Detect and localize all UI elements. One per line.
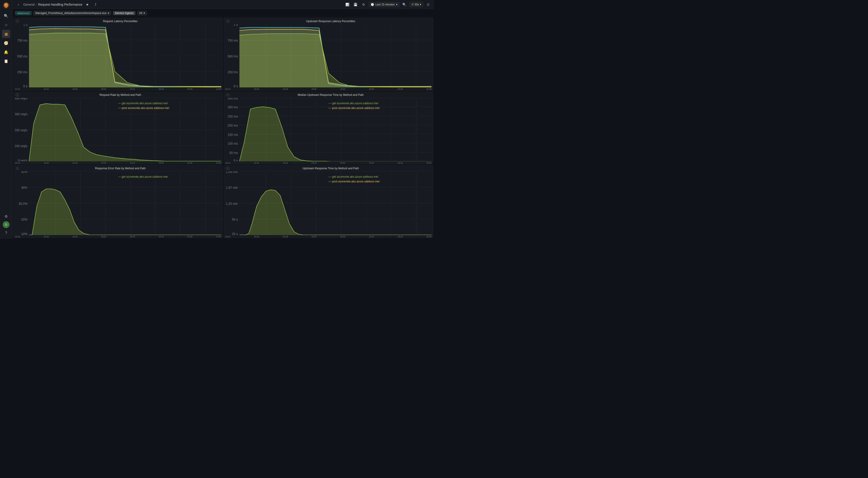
panel-info-btn[interactable]: i [16, 93, 19, 96]
legend-p95: .95 [25, 91, 32, 91]
refresh-icon: ↺ [411, 3, 414, 6]
datasource-selector[interactable]: Managed_Prometheus_defaultazuremonitorwo… [33, 11, 111, 15]
svg-text:200 req/s: 200 req/s [15, 128, 27, 132]
panel-info-btn[interactable]: i [226, 20, 229, 23]
x-label-2: 23:18 [283, 88, 288, 90]
svg-text:40%: 40% [21, 186, 28, 190]
panel-info-btn[interactable]: i [16, 167, 19, 170]
kiosk-btn[interactable]: ⊡ [425, 1, 431, 8]
share-btn[interactable]: ⤴ [92, 1, 98, 8]
x-label-1: 23:16 [43, 88, 49, 90]
svg-text:30.0%: 30.0% [19, 202, 27, 205]
legend-label: .99 [249, 91, 253, 91]
svg-text:300 req/s: 300 req/s [15, 112, 27, 116]
svg-text:100 req/s: 100 req/s [15, 144, 27, 148]
svg-marker-126 [239, 190, 432, 235]
panel-upstream-latency: i Upstream Response Latency Percentiles [224, 18, 433, 91]
svg-text:250 ms: 250 ms [228, 115, 238, 118]
time-range-picker[interactable]: 🕐 Last 15 minutes ▾ [369, 2, 399, 7]
breadcrumb-general[interactable]: General [23, 3, 35, 6]
panel-legend: .5 .95 .99 [224, 90, 433, 91]
x-label-0: 23:14 [225, 88, 230, 90]
legend-p5: .5 [226, 91, 231, 91]
star-dashboard-btn[interactable]: ★ [84, 1, 90, 8]
filterbar: datasource Managed_Prometheus_defaultazu… [12, 9, 434, 17]
legend-p5: .5 [16, 91, 21, 91]
legend-p95: .95 [235, 91, 242, 91]
x-label-3: 23:20 [101, 88, 106, 90]
x-label-4: 23:22 [130, 88, 135, 90]
all-chevron: ▾ [144, 11, 145, 15]
refresh-interval-label: 30s [414, 3, 419, 6]
service-ingress-label[interactable]: Service Ingress [113, 11, 135, 15]
svg-marker-106 [29, 189, 221, 235]
panel-upstream-response-time: i Upstream Response Time by Method and P… [224, 165, 433, 238]
zoom-out-btn[interactable]: 🔍 [401, 1, 408, 8]
legend-label-p5: .5 [19, 91, 21, 91]
x-label-0: 23:14 [15, 88, 20, 90]
add-panel-btn[interactable]: 📊 [344, 1, 350, 8]
x-label-6: 23:26 [187, 88, 193, 90]
panel-info-btn[interactable]: i [226, 167, 229, 170]
svg-text:750 ms: 750 ms [17, 39, 27, 42]
panel-request-rate: i Request Rate by Method and Path [13, 92, 223, 164]
svg-text:1 s: 1 s [23, 24, 27, 26]
svg-marker-61 [29, 103, 221, 161]
sidebar-item-search[interactable]: 🔍 [2, 12, 10, 20]
panel-title: Median Upstream Response Time by Method … [231, 93, 431, 96]
svg-text:2.08 min: 2.08 min [226, 171, 238, 173]
save-btn[interactable]: 💾 [352, 1, 359, 8]
main-content: › General / Request Handling Performance… [12, 0, 434, 239]
svg-text:200 ms: 200 ms [228, 123, 238, 127]
svg-marker-21 [29, 33, 221, 87]
sidebar-item-alerting[interactable]: 🔔 [2, 48, 10, 56]
panel-legend: .5 .95 .99 [13, 90, 223, 91]
datasource-value: Managed_Prometheus_defaultazuremonitorwo… [35, 11, 106, 15]
svg-text:50 ms: 50 ms [229, 151, 238, 154]
panel-body: 1 s 750 ms 500 ms 250 ms 0 s [13, 23, 223, 88]
user-avatar[interactable]: G [3, 221, 9, 228]
sidebar-item-reports[interactable]: 📋 [2, 57, 10, 65]
svg-text:20%: 20% [21, 218, 28, 221]
breadcrumb: General / Request Handling Performance [23, 3, 82, 6]
panel-error-rate: i Response Error Rate by Method and Path [13, 165, 223, 238]
dashboard-settings-btn[interactable]: ⚙ [361, 1, 367, 8]
legend-label-p95: .95 [28, 91, 32, 91]
svg-text:— post azurevote.aks.azure.sab: — post azurevote.aks.azure.sabbour.me/ [329, 180, 380, 183]
sidebar-item-dashboards[interactable]: ▦ [2, 30, 10, 38]
svg-text:— get azurevote.aks.azure.sabb: — get azurevote.aks.azure.sabbour.me/ [329, 102, 378, 105]
x-label-6: 23:26 [398, 88, 403, 90]
panel-body: 50% 40% 30.0% 20% 10% — get azurevote.ak… [13, 170, 223, 235]
x-label-2: 23:18 [72, 88, 78, 90]
x-axis: 23:14 23:16 23:18 23:20 23:22 23:24 23:2… [224, 88, 433, 90]
chart-svg: 350 ms 300 ms 250 ms 200 ms 150 ms 100 m… [225, 98, 432, 162]
x-axis: 23:14 23:16 23:18 23:20 23:22 23:24 23:2… [13, 162, 223, 164]
sidebar-item-help[interactable]: ? [2, 229, 10, 237]
svg-text:— get azurevote.aks.azure.sabb: — get azurevote.aks.azure.sabbour.me/ [118, 102, 168, 105]
svg-text:— get azurevote.aks.azure.sabb: — get azurevote.aks.azure.sabbour.me/ [118, 175, 168, 178]
panel-title: Response Error Rate by Method and Path [20, 167, 220, 170]
svg-text:0 s: 0 s [234, 158, 238, 161]
panel-request-latency: i Request Latency Percentiles [13, 18, 223, 91]
sidebar-collapse-btn[interactable]: › [15, 1, 22, 8]
panel-body: 2.08 min 1.67 min 1.25 min 50 s 25 s — g… [224, 170, 433, 235]
datasource-tag[interactable]: datasource [15, 11, 31, 15]
svg-text:500 ms: 500 ms [227, 55, 238, 58]
svg-text:— get azurevote.aks.azure.sabb: — get azurevote.aks.azure.sabbour.me/ [329, 175, 378, 178]
x-label-1: 23:16 [254, 88, 259, 90]
x-label-4: 23:22 [340, 88, 345, 90]
panel-header: i Upstream Response Time by Method and P… [224, 165, 433, 170]
x-label-5: 23:24 [159, 88, 164, 90]
panel-info-btn[interactable]: i [226, 93, 229, 96]
refresh-btn[interactable]: ↺ 30s ▾ [409, 2, 423, 7]
svg-text:750 ms: 750 ms [227, 39, 238, 42]
sidebar-item-starred[interactable]: ☆ [2, 21, 10, 29]
panel-info-btn[interactable]: i [16, 20, 19, 23]
svg-text:10%: 10% [21, 232, 28, 235]
sidebar-item-settings[interactable]: ⚙ [2, 212, 10, 220]
dashboard-grid: i Request Latency Percentiles [12, 17, 434, 239]
all-selector[interactable]: All ▾ [137, 11, 147, 15]
sidebar-item-explore[interactable]: 🧭 [2, 39, 10, 47]
panel-header: i Response Error Rate by Method and Path [13, 165, 223, 170]
app-logo[interactable] [2, 2, 10, 9]
